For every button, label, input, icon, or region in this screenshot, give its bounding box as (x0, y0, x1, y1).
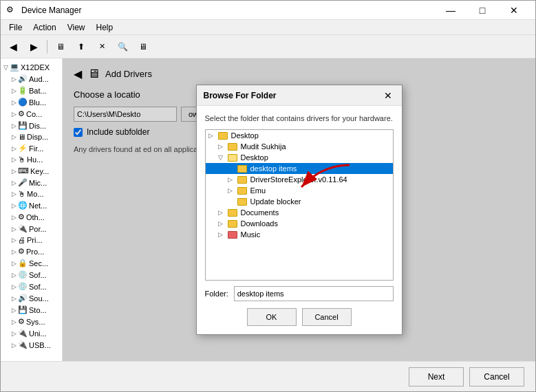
folder-item-desktop-sub[interactable]: ▽ Desktop (206, 152, 393, 163)
tree-item-4[interactable]: ▷💾Dis... (1, 120, 62, 131)
tree-item-14[interactable]: ▷🖨Pri... (1, 235, 62, 246)
tree-item-17[interactable]: ▷💿Sof... (1, 269, 62, 281)
device-manager-window: ⚙ Device Manager — □ ✕ File Action View … (0, 0, 536, 392)
menu-action[interactable]: Action (28, 21, 61, 34)
title-bar: ⚙ Device Manager — □ ✕ (1, 1, 535, 20)
folder-item-music[interactable]: ▷ Music (206, 229, 393, 240)
folder-item-driverstoreexplorer[interactable]: ▷ DriverStoreExplorer.v0.11.64 (206, 174, 393, 185)
folder-label: Downloads (241, 219, 278, 228)
expand-icon: ▷ (218, 209, 226, 216)
menu-file[interactable]: File (3, 21, 28, 34)
expand-icon: ▷ (208, 132, 217, 139)
tree-item-10[interactable]: ▷🖱Mo... (1, 188, 62, 199)
expand-icon (228, 165, 236, 172)
modal-actions: OK Cancel (205, 308, 394, 326)
minimize-button[interactable]: — (435, 1, 467, 20)
folder-value-input[interactable] (234, 286, 394, 301)
folder-icon (237, 176, 247, 184)
expand-icon: ▷ (218, 220, 226, 227)
expand-icon: ▷ (218, 231, 226, 238)
tree-item-0[interactable]: ▷🔊Aud... (1, 73, 62, 85)
properties-button[interactable]: 🖥 (51, 38, 70, 56)
tree-item-22[interactable]: ▷🔌Uni... (1, 327, 62, 339)
tree-item-21[interactable]: ▷⚙Sys... (1, 316, 62, 327)
tree-item-20[interactable]: ▷💾Sto... (1, 304, 62, 316)
tree-item-19[interactable]: ▷🔊Sou... (1, 292, 62, 304)
tree-item-16[interactable]: ▷🔒Sec... (1, 257, 62, 269)
expand-icon (228, 198, 236, 205)
tree-item-5[interactable]: ▷🖥Disp... (1, 131, 62, 142)
tree-item-3[interactable]: ▷⚙Co... (1, 108, 62, 120)
bottom-bar: Next Cancel (1, 361, 535, 391)
folder-item-desktop-root[interactable]: ▷ Desktop (206, 130, 393, 141)
folder-icon (237, 165, 247, 173)
tree-item-23[interactable]: ▷🔌USB... (1, 339, 62, 351)
tree-item-18[interactable]: ▷💿Sof... (1, 281, 62, 292)
tree-item-8[interactable]: ▷⌨Key... (1, 165, 62, 177)
window-title: Device Manager (21, 6, 435, 15)
back-button[interactable]: ◀ (3, 38, 23, 56)
folder-label: DriverStoreExplorer.v0.11.64 (250, 175, 347, 184)
tree-item-7[interactable]: ▷🖱Hu... (1, 154, 62, 165)
app-icon: ⚙ (6, 5, 17, 16)
folder-label: Documents (241, 208, 279, 217)
modal-cancel-button[interactable]: Cancel (302, 308, 352, 326)
tree-item-9[interactable]: ▷🎤Mic... (1, 177, 62, 188)
cancel-button[interactable]: Cancel (469, 367, 524, 386)
folder-icon (228, 220, 237, 228)
menu-view[interactable]: View (62, 21, 91, 34)
folder-label: desktop items (250, 164, 297, 173)
folder-item-update-blocker[interactable]: Update blocker (206, 196, 393, 207)
uninstall-button[interactable]: ✕ (92, 38, 111, 56)
folder-label: Desktop (241, 153, 268, 162)
computer-icon: 💻 (10, 63, 19, 72)
folder-label: Music (241, 230, 261, 239)
toolbar-separator (47, 40, 47, 54)
folder-label: Mudit Sukhija (241, 142, 286, 151)
toolbar: ◀ ▶ 🖥 ⬆ ✕ 🔍 🖥 (1, 35, 535, 58)
content-area: ◀ 🖥 Add Drivers Choose a locatio owse...… (63, 58, 535, 361)
tree-root-item[interactable]: ▽ 💻 X12DEX (1, 61, 62, 73)
menu-bar: File Action View Help (1, 20, 535, 35)
tree-item-11[interactable]: ▷🌐Net... (1, 199, 62, 211)
modal-title: Browse For Folder (204, 91, 381, 100)
folder-icon (228, 209, 237, 217)
tree-item-6[interactable]: ▷⚡Fir... (1, 142, 62, 154)
modal-ok-button[interactable]: OK (247, 308, 297, 326)
folder-tree[interactable]: ▷ Desktop ▷ Mudit Sukhija (205, 129, 394, 281)
tree-item-12[interactable]: ▷⚙Oth... (1, 211, 62, 223)
folder-field-label: Folder: (205, 290, 228, 298)
modal-close-button[interactable]: ✕ (381, 89, 395, 102)
next-button[interactable]: Next (409, 367, 464, 386)
maximize-button[interactable]: □ (467, 1, 498, 20)
tree-item-15[interactable]: ▷⚙Pro... (1, 246, 62, 257)
folder-icon (228, 143, 237, 151)
folder-icon (237, 198, 247, 206)
expand-arrow: ▽ (3, 64, 8, 71)
expand-icon: ▷ (228, 176, 236, 183)
forward-button[interactable]: ▶ (24, 38, 43, 56)
monitor-button[interactable]: 🖥 (133, 38, 153, 56)
main-area: ▽ 💻 X12DEX ▷🔊Aud... ▷🔋Bat... ▷🔵Blu... ▷⚙… (1, 58, 535, 361)
folder-item-downloads[interactable]: ▷ Downloads (206, 218, 393, 229)
folder-item-documents[interactable]: ▷ Documents (206, 207, 393, 218)
folder-label: Desktop (231, 131, 259, 140)
modal-title-bar: Browse For Folder ✕ (197, 85, 402, 106)
expand-icon: ▽ (218, 154, 226, 161)
folder-icon (218, 132, 228, 140)
folder-item-mudit-sukhija[interactable]: ▷ Mudit Sukhija (206, 141, 393, 152)
folder-item-desktop-items[interactable]: desktop items (206, 163, 393, 174)
tree-item-2[interactable]: ▷🔵Blu... (1, 96, 62, 108)
modal-description: Select the folder that contains drivers … (205, 114, 394, 122)
root-label: X12DEX (21, 63, 50, 72)
close-button[interactable]: ✕ (498, 1, 530, 20)
menu-help[interactable]: Help (91, 21, 119, 34)
scan-button[interactable]: 🔍 (113, 38, 132, 56)
window-controls: — □ ✕ (435, 1, 530, 20)
folder-icon (237, 187, 247, 195)
folder-label: Update blocker (250, 197, 301, 206)
tree-item-1[interactable]: ▷🔋Bat... (1, 85, 62, 96)
tree-item-13[interactable]: ▷🔌Por... (1, 223, 62, 235)
update-driver-button[interactable]: ⬆ (72, 38, 91, 56)
folder-item-emu[interactable]: ▷ Emu (206, 185, 393, 196)
